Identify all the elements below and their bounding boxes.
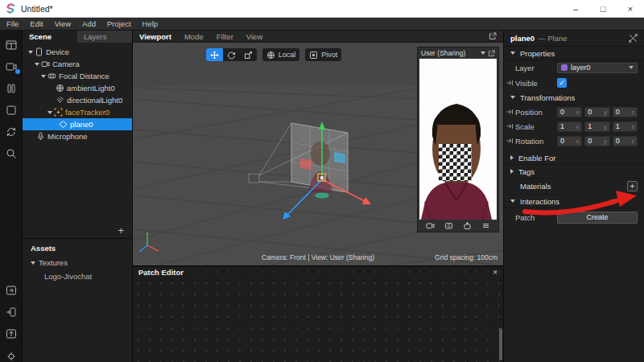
- menu-add[interactable]: Add: [82, 19, 96, 28]
- viewport-canvas[interactable]: Local Pivot User (Sharing): [133, 43, 503, 265]
- tree-item-camera[interactable]: Camera: [23, 58, 132, 70]
- scene-tree: Device Camera Focal Distance ambientLigh…: [23, 43, 132, 238]
- tree-item-plane-selected[interactable]: plane0: [23, 118, 132, 130]
- rotation-label: Rotation: [515, 137, 557, 146]
- move-tool-button[interactable]: [206, 48, 223, 61]
- camera-view-icon[interactable]: [5, 60, 18, 73]
- menu-file[interactable]: File: [6, 19, 19, 28]
- tools-icon[interactable]: [629, 34, 638, 43]
- panels-layout-icon[interactable]: [5, 39, 18, 51]
- tab-scene[interactable]: Scene: [23, 31, 77, 43]
- local-label: Local: [279, 51, 296, 59]
- rotation-y-field[interactable]: 0y: [584, 136, 609, 146]
- device-screen-icon[interactable]: [5, 104, 18, 117]
- menu-bar: File Edit View Add Project Help: [0, 18, 644, 31]
- close-button[interactable]: ×: [617, 0, 644, 18]
- popout-viewport-icon[interactable]: [489, 32, 497, 40]
- minimize-button[interactable]: –: [562, 0, 589, 18]
- scale-x-field[interactable]: 1x: [557, 121, 582, 132]
- maximize-button[interactable]: □: [589, 0, 617, 18]
- search-icon[interactable]: [5, 147, 18, 160]
- section-tags[interactable]: Tags: [504, 165, 644, 179]
- menu-edit[interactable]: Edit: [30, 19, 43, 28]
- menu-help[interactable]: Help: [142, 19, 159, 28]
- publish-upload-icon[interactable]: [5, 327, 18, 340]
- caret-down-icon[interactable]: [40, 75, 47, 78]
- tab-layers[interactable]: Layers: [77, 31, 132, 43]
- add-object-button[interactable]: +: [118, 224, 124, 237]
- patch-editor-close-icon[interactable]: ×: [493, 268, 497, 277]
- preview-person-image: [419, 59, 497, 220]
- patch-editor-panel[interactable]: Patch Editor ×: [133, 265, 503, 362]
- position-y-field[interactable]: 0y: [584, 107, 609, 117]
- tree-item-label: Microphone: [47, 132, 88, 141]
- position-z-field[interactable]: 0z: [613, 107, 638, 117]
- switch-camera-icon[interactable]: [444, 221, 453, 230]
- visible-label: Visible: [515, 79, 557, 88]
- patch-input-arrow-icon[interactable]: [504, 80, 515, 86]
- caret-down-icon[interactable]: [34, 63, 40, 66]
- preview-menu-icon[interactable]: [481, 221, 490, 230]
- caret-down-icon[interactable]: [47, 111, 53, 114]
- tree-item-directional-light[interactable]: directionalLight0: [23, 94, 132, 106]
- caret-down-icon[interactable]: [31, 261, 35, 265]
- patch-editor-scrollbar[interactable]: [499, 328, 502, 360]
- focal-distance-icon: [47, 72, 56, 80]
- tab-viewport[interactable]: Viewport: [139, 32, 171, 41]
- assets-panel: Assets Textures Logo-Jivochat: [23, 238, 132, 359]
- add-material-button[interactable]: +: [627, 181, 638, 191]
- pivot-button[interactable]: Pivot: [305, 48, 341, 61]
- tree-item-label: Camera: [52, 60, 80, 68]
- assets-group-textures[interactable]: Textures: [31, 258, 132, 267]
- local-space-button[interactable]: Local: [262, 48, 300, 61]
- section-interactions[interactable]: Interactions: [504, 195, 644, 208]
- section-transformations[interactable]: Transformations: [504, 91, 644, 105]
- tree-item-focal-distance[interactable]: Focal Distance: [23, 70, 132, 82]
- tab-filter[interactable]: Filter: [217, 32, 233, 41]
- tree-item-ambient-light[interactable]: ambientLight0: [23, 82, 132, 94]
- tree-item-microphone[interactable]: Microphone: [23, 130, 132, 142]
- tree-item-device[interactable]: Device: [23, 46, 132, 58]
- chevron-down-icon[interactable]: [481, 51, 485, 55]
- camera-icon: [41, 60, 50, 68]
- video-camera-icon[interactable]: [426, 221, 435, 230]
- popout-preview-icon[interactable]: [488, 50, 495, 57]
- scale-tool-button[interactable]: [240, 48, 257, 61]
- preview-camera-select[interactable]: User (Sharing): [421, 49, 478, 57]
- menu-project[interactable]: Project: [107, 19, 131, 28]
- settings-gear-icon[interactable]: [5, 349, 18, 362]
- layer-dropdown[interactable]: layer0: [557, 63, 638, 73]
- simulator-icon[interactable]: [5, 82, 18, 95]
- patch-input-arrow-icon[interactable]: [504, 109, 515, 115]
- layer-value: layer0: [571, 64, 625, 72]
- visible-checkbox[interactable]: ✓: [557, 78, 567, 88]
- scale-label: Scale: [515, 122, 557, 131]
- caret-down-icon[interactable]: [27, 51, 34, 54]
- position-x-field[interactable]: 0x: [557, 107, 582, 117]
- patch-input-arrow-icon[interactable]: [504, 123, 515, 130]
- tab-mode[interactable]: Mode: [184, 32, 204, 41]
- asset-item-logo-jivochat[interactable]: Logo-Jivochat: [31, 272, 132, 281]
- scale-z-field[interactable]: 1z: [613, 121, 638, 132]
- patch-input-arrow-icon[interactable]: [504, 138, 515, 144]
- share-screen-icon[interactable]: [463, 221, 472, 230]
- restart-sync-icon[interactable]: [5, 125, 18, 138]
- rotate-tool-button[interactable]: [223, 48, 240, 61]
- tree-item-face-tracker[interactable]: faceTracker0: [23, 106, 132, 118]
- tab-view[interactable]: View: [246, 32, 262, 41]
- section-properties[interactable]: Properties: [504, 47, 644, 60]
- rotation-z-field[interactable]: 0z: [613, 136, 638, 146]
- spark-ar-studio-window: Untitled* – □ × File Edit View Add Proje…: [0, 0, 644, 362]
- section-enable-for[interactable]: Enable For: [504, 151, 644, 165]
- materials-label: Materials: [520, 182, 551, 191]
- inspector-header: plane0 — Plane: [504, 31, 644, 47]
- import-asset-icon[interactable]: [5, 284, 18, 297]
- rotation-x-field[interactable]: 0x: [557, 136, 582, 146]
- section-label: Transformations: [520, 93, 575, 102]
- menu-view[interactable]: View: [55, 19, 71, 28]
- create-patch-button[interactable]: Create: [557, 212, 638, 224]
- scale-y-field[interactable]: 1y: [584, 121, 609, 132]
- patch-label: Patch: [515, 213, 557, 222]
- transform-tools-group: [206, 48, 257, 61]
- send-to-device-icon[interactable]: [5, 306, 18, 319]
